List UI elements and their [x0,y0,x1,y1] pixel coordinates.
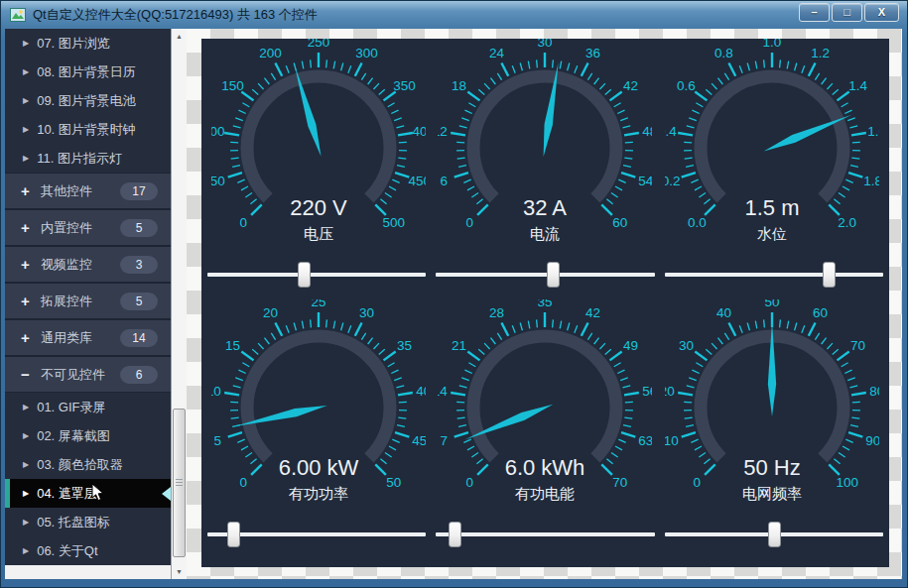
gauge-major-tick [837,352,848,361]
scroll-up-icon[interactable]: ▲ [172,29,187,44]
sidebar-item-15[interactable]: ▶05. 托盘图标 [5,508,171,536]
gauge-minor-tick [794,62,796,70]
slider-track[interactable] [665,273,883,277]
gauge-minor-tick [388,102,395,106]
gauge-major-tick [851,393,866,395]
gauge-major-tick [682,432,696,437]
slider-4[interactable] [436,522,654,547]
gauge-minor-tick [588,333,592,340]
title-bar[interactable]: Qt自定义控件大全(QQ:517216493) 共 163 个控件 – □ X [1,1,907,29]
slider-handle[interactable] [227,522,240,547]
sidebar-category-10[interactable]: −不可见控件6 [5,356,171,393]
gauge-minor-tick [834,459,840,464]
gauge-minor-tick [607,198,613,203]
gauge-minor-tick [251,198,257,203]
sidebar-item-14[interactable]: ▶04. 遮罩层 [5,479,171,508]
gauge-0: 050100150200250300350400450500220 V电压 [211,39,426,262]
gauge-minor-tick [333,321,335,329]
gauge-tick-label: 36 [586,46,601,60]
gauge-minor-tick [230,142,238,143]
gauge-minor-tick [621,378,629,381]
gauge-minor-tick [479,349,485,354]
gauge-tick-label: 40 [416,384,426,399]
window-title: Qt自定义控件大全(QQ:517216493) 共 163 个控件 [33,6,318,24]
sidebar-item-12[interactable]: ▶02. 屏幕截图 [5,421,171,450]
gauge-minor-tick [233,126,241,128]
sidebar-item-2[interactable]: ▶09. 图片背景电池 [5,86,171,115]
sidebar-item-13[interactable]: ▶03. 颜色拾取器 [5,450,171,479]
gauge-minor-tick [235,118,243,121]
gauge-major-tick [582,62,588,75]
slider-handle[interactable] [449,522,461,547]
gauge-major-tick [384,91,396,100]
sidebar-item-3[interactable]: ▶10. 图片背景时钟 [5,115,171,144]
gauge-major-tick [610,91,622,100]
slider-handle[interactable] [298,262,311,288]
gauge-minor-tick [374,83,379,89]
gauge-minor-tick [779,320,780,328]
gauge-tick-label: 100 [836,475,858,490]
minimize-button[interactable]: – [799,3,830,22]
gauge-minor-tick [852,142,860,143]
gauge-minor-tick [845,179,852,182]
gauge-minor-tick [462,378,470,381]
gauge-tick-label: 2.0 [838,215,856,230]
scroll-down-icon[interactable]: ▼ [172,564,187,579]
close-button[interactable]: X [864,3,899,22]
sidebar-item-0[interactable]: ▶07. 图片浏览 [5,29,171,58]
gauge-tick-label: 450 [409,173,427,187]
scrollbar-track[interactable] [173,44,186,564]
slider-0[interactable] [207,262,426,288]
gauge-tick-label: 1.0 [762,39,781,49]
gauge-minor-tick [246,453,253,458]
gauge-minor-tick [348,326,351,333]
gauge-minor-tick [385,192,392,197]
gauge-major-tick [224,393,239,395]
gauge-major-tick [728,62,735,75]
gauge-minor-tick [575,326,578,333]
gauge-minor-tick [739,65,742,72]
gauge-minor-tick [485,343,490,349]
gauge-title: 有功功率 [289,485,348,502]
sidebar-item-4[interactable]: ▶11. 图片指示灯 [5,144,171,173]
gauge-major-tick [228,173,242,177]
gauge-minor-tick [311,59,312,67]
gauge-value: 6.00 kW [279,455,359,480]
slider-track[interactable] [436,273,654,277]
gauge-minor-tick [235,378,243,381]
sidebar-category-6[interactable]: +内置控件5 [5,209,171,246]
slider-5[interactable] [665,522,883,547]
gauge-minor-tick [839,192,845,197]
slider-3[interactable] [207,522,426,547]
gauge-minor-tick [379,349,385,354]
sidebar-item-1[interactable]: ▶08. 图片背景日历 [5,58,171,86]
slider-handle[interactable] [768,522,781,547]
slider-1[interactable] [436,262,654,288]
gauge-minor-tick [385,453,392,458]
slider-track[interactable] [207,532,426,536]
gauge-minor-tick [399,142,407,143]
gauge-tick-label: 15 [225,338,240,353]
slider-handle[interactable] [547,262,560,288]
gauge-tick-label: 49 [624,338,639,353]
slider-2[interactable] [665,262,883,288]
gauge-minor-tick [302,60,304,68]
gauge-tick-label: 12 [438,124,448,139]
scrollbar-thumb[interactable] [173,409,186,557]
slider-handle[interactable] [823,262,836,288]
slider-track[interactable] [436,532,654,536]
gauge-minor-tick [843,446,849,450]
sidebar-scrollbar[interactable]: ▲ ▼ [171,29,187,579]
slider-track[interactable] [207,273,426,277]
sidebar-category-5[interactable]: +其他控件17 [5,173,171,209]
sidebar-category-7[interactable]: +视频监控3 [5,246,171,283]
sidebar-category-9[interactable]: +通用类库14 [5,319,171,356]
gauge-tick-label: 20 [665,384,675,399]
gauge-minor-tick [755,60,757,68]
sidebar-item-16[interactable]: ▶06. 关于Qt [5,536,171,565]
gauge-major-tick [829,204,840,215]
maximize-button[interactable]: □ [832,3,862,22]
sidebar-item-11[interactable]: ▶01. GIF录屏 [5,393,171,421]
gauge-minor-tick [594,77,599,83]
sidebar-category-8[interactable]: +拓展控件5 [5,283,171,319]
